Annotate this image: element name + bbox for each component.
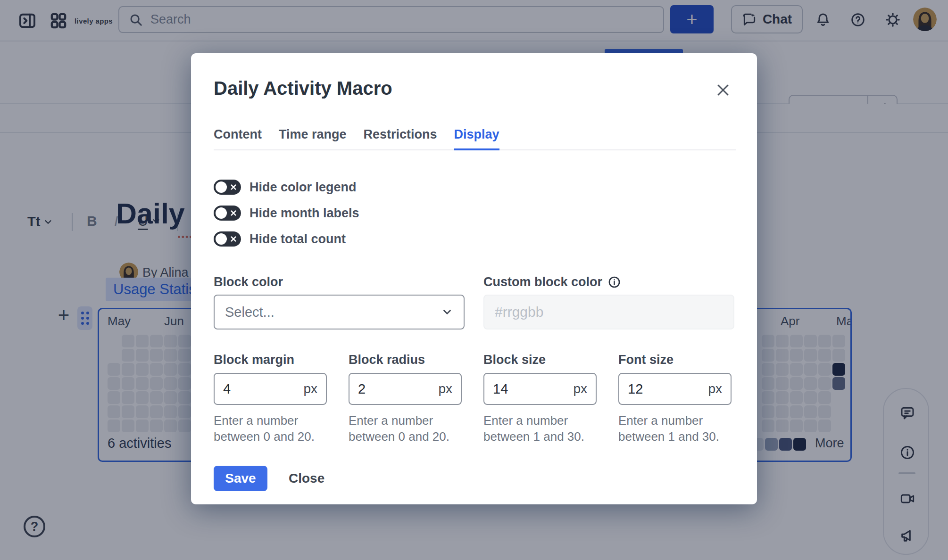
field-label: Block size [483,353,597,367]
unit-label: px [438,381,452,396]
custom-block-color-label: Custom block color [483,275,621,289]
toggle-label: Hide color legend [249,180,357,195]
field-helper: Enter a number between 1 and 30. [618,412,728,445]
block-size-input[interactable] [493,381,549,397]
toggle-hide-color-legend[interactable] [214,180,241,195]
toggle-knob [216,207,227,219]
field-block-radius: Block radius px Enter a number between 0… [349,353,462,445]
field-label: Font size [618,353,732,367]
font-size-input[interactable] [628,381,684,397]
block-radius-input[interactable] [358,381,415,397]
toggle-row: Hide total count [214,231,359,247]
tab-content[interactable]: Content [214,127,262,150]
close-icon[interactable] [715,82,731,98]
toggle-knob [216,181,227,193]
toggle-hide-month-labels[interactable] [214,206,241,221]
tab-display[interactable]: Display [454,127,499,150]
close-button[interactable]: Close [289,471,324,486]
unit-label: px [303,381,317,396]
display-toggles: Hide color legend Hide month labels [214,180,359,257]
number-fields-row: Block margin px Enter a number between 0… [214,353,732,445]
toggle-off-x-icon [230,210,237,216]
toggle-knob [216,233,227,245]
block-size-field[interactable]: px [483,373,597,405]
field-helper: Enter a number between 0 and 20. [349,412,458,445]
toggle-label: Hide month labels [249,206,359,221]
field-block-size: Block size px Enter a number between 1 a… [483,353,597,445]
macro-settings-dialog: Daily Activity Macro Content Time range … [191,53,757,504]
field-block-margin: Block margin px Enter a number between 0… [214,353,327,445]
block-margin-field[interactable]: px [214,373,327,405]
block-color-label: Block color [214,275,283,289]
field-helper: Enter a number between 0 and 20. [214,412,323,445]
field-font-size: Font size px Enter a number between 1 an… [618,353,732,445]
tab-time-range[interactable]: Time range [279,127,347,150]
field-label: Block radius [349,353,462,367]
app-window: lively apps + Chat [0,0,948,560]
dialog-actions: Save Close [214,466,324,491]
field-label: Block margin [214,353,327,367]
custom-block-color-input[interactable] [495,304,723,320]
dialog-tabs: Content Time range Restrictions Display [214,127,499,150]
chevron-down-icon [441,306,453,318]
unit-label: px [573,381,587,396]
toggle-label: Hide total count [249,232,346,247]
info-circle-icon[interactable] [608,276,621,288]
font-size-field[interactable]: px [618,373,732,405]
select-placeholder: Select... [225,305,441,320]
toggle-off-x-icon [230,236,237,242]
toggle-row: Hide month labels [214,206,359,221]
save-button[interactable]: Save [214,466,267,491]
dialog-title: Daily Activity Macro [214,78,392,99]
block-margin-input[interactable] [223,381,280,397]
field-helper: Enter a number between 1 and 30. [483,412,593,445]
block-color-select[interactable]: Select... [214,295,465,329]
block-radius-field[interactable]: px [349,373,462,405]
toggle-hide-total-count[interactable] [214,231,241,247]
custom-block-color-label-text: Custom block color [483,275,602,289]
custom-block-color-field[interactable] [483,295,734,329]
tab-restrictions[interactable]: Restrictions [364,127,437,150]
toggle-row: Hide color legend [214,180,359,195]
unit-label: px [708,381,722,396]
toggle-off-x-icon [230,184,237,190]
